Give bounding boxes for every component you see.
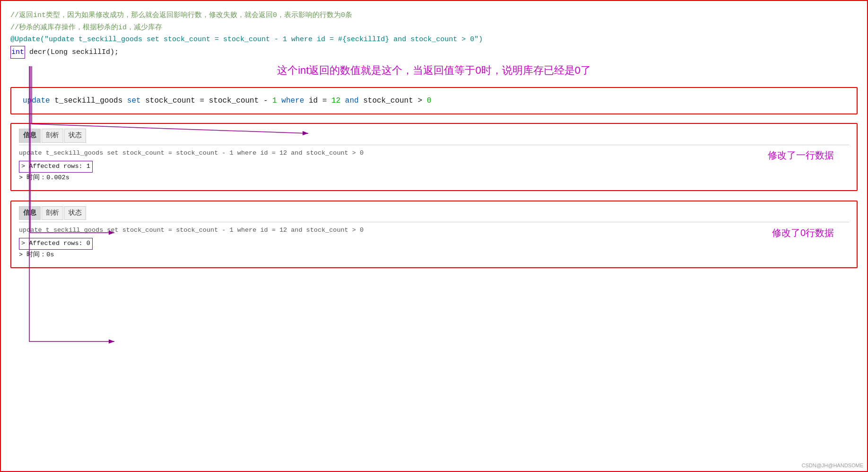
comment-line-2: //秒杀的减库存操作，根据秒杀的id，减少库存 [10,22,858,34]
int-keyword-box: int [10,46,25,59]
update-annotation: @Update("update t_seckill_goods set stoc… [10,34,858,46]
panel1-time: > 时间：0.002s [19,173,849,184]
watermark: CSDN@JH@HANDSOME [801,463,863,468]
panel2-affected-rows: > Affected rows: 0 [19,238,849,250]
panel1-affected-rows-box: > Affected rows: 1 [19,161,93,173]
sql-set-clause: stock_count = stock_count - [145,96,272,105]
panel1-tabs: 信息 剖析 状态 [19,129,849,145]
panel2-tab-analysis[interactable]: 剖析 [42,206,63,220]
method-line: int decr(Long seckillId); [10,46,858,59]
code-section: //返回int类型，因为如果修改成功，那么就会返回影响行数，修改失败，就会返回0… [10,9,858,59]
sql-count-clause: stock_count > [363,96,426,105]
sql-id-clause: id = [309,96,331,105]
panel2-time: > 时间：0s [19,250,849,261]
method-text: decr(Long seckillId); [29,48,119,56]
int-annotation: 这个int返回的数值就是这个，当返回值等于0时，说明库存已经是0了 [10,63,858,78]
panel2-annotation: 修改了0行数据 [772,227,834,239]
panel1-tab-status[interactable]: 状态 [64,129,86,143]
info-panel-2: 信息 剖析 状态 update t_seckill_goods set stoc… [10,201,858,269]
panel1-tab-info[interactable]: 信息 [19,129,41,143]
panel2-tab-info[interactable]: 信息 [19,206,41,220]
panel2-affected-rows-box: > Affected rows: 0 [19,238,93,250]
sql-kw-where: where [281,96,304,105]
panel1-affected-rows: > Affected rows: 1 [19,161,849,173]
sql-table: t_seckill_goods [54,96,127,105]
panel2-tab-status[interactable]: 状态 [64,206,86,220]
sql-kw-set: set [127,96,141,105]
panel2-query: update t_seckill_goods set stock_count =… [19,225,849,236]
sql-num-0-1: 0 [427,96,432,105]
sql-num-12-1: 12 [331,96,340,105]
sql-kw-and: and [345,96,359,105]
panel2-wrapper: 信息 剖析 状态 update t_seckill_goods set stoc… [10,201,858,269]
sql-box: update t_seckill_goods set stock_count =… [10,87,858,114]
panel2-tabs: 信息 剖析 状态 [19,206,849,223]
sql-kw-update: update [23,96,50,105]
comment-line-1: //返回int类型，因为如果修改成功，那么就会返回影响行数，修改失败，就会返回0… [10,9,858,22]
panel1-wrapper: 信息 剖析 状态 update t_seckill_goods set stoc… [10,123,858,191]
panel1-tab-analysis[interactable]: 剖析 [42,129,63,143]
panel1-query: update t_seckill_goods set stock_count =… [19,148,849,159]
main-container: //返回int类型，因为如果修改成功，那么就会返回影响行数，修改失败，就会返回0… [0,0,868,472]
info-panel-1: 信息 剖析 状态 update t_seckill_goods set stoc… [10,123,858,191]
sql-num-1: 1 [272,96,277,105]
panel1-annotation: 修改了一行数据 [768,149,834,162]
